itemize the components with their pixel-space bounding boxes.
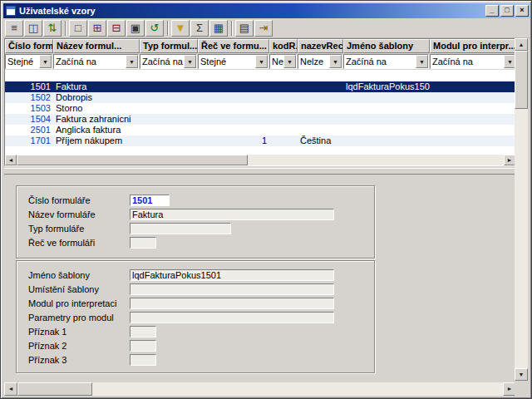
filter-icon[interactable]: ▼ — [171, 20, 190, 37]
grid-scroll-thumb[interactable] — [17, 155, 248, 165]
exit-icon[interactable]: ⇥ — [254, 20, 273, 37]
table-row[interactable]: 2501Anglicka faktura — [5, 125, 515, 135]
dropdown-arrow-icon[interactable]: ▼ — [329, 55, 342, 68]
filter-combo[interactable]: Stejné▼ — [5, 54, 52, 69]
jmeno-sablony-field[interactable]: lqdFakturaPokus1501 — [130, 269, 334, 281]
dropdown-arrow-icon[interactable]: ▼ — [184, 55, 196, 68]
filter-combo[interactable]: Začíná na▼ — [53, 54, 139, 69]
column-header[interactable]: kodR... — [269, 39, 298, 53]
column-header[interactable]: nazevReci — [298, 39, 343, 53]
form-hscroll-track[interactable] — [92, 382, 503, 396]
table-cell — [343, 103, 430, 114]
filter-combo[interactable]: Ne...▼ — [269, 54, 297, 69]
form-group-sablona: Jméno šablony lqdFakturaPokus1501 Umístě… — [16, 260, 375, 373]
table-row[interactable]: 1503Storno — [5, 103, 515, 114]
umisteni-sablony-field[interactable] — [130, 283, 334, 295]
undo-icon[interactable]: ↺ — [145, 20, 164, 37]
rec-ve-formulari-field[interactable] — [130, 237, 156, 249]
column-header[interactable]: Číslo formul... — [5, 39, 53, 53]
table-cell — [198, 125, 269, 135]
scroll-up-icon[interactable]: ▲ — [515, 38, 528, 51]
dropdown-arrow-icon[interactable]: ▼ — [126, 55, 138, 68]
save-record-icon[interactable]: ▣ — [126, 20, 145, 37]
print-icon[interactable]: ▤ — [235, 20, 254, 37]
dropdown-arrow-icon[interactable]: ▼ — [255, 55, 268, 68]
filter-combo[interactable]: Nelze▼ — [298, 54, 342, 69]
cislo-formulare-field[interactable]: 1501 — [130, 195, 170, 206]
field-label: Příznak 1 — [28, 327, 130, 337]
filter-value: Nelze — [298, 57, 329, 66]
table-cell — [430, 114, 515, 125]
typ-formulare-field[interactable] — [130, 223, 231, 234]
priznak-1-field[interactable] — [130, 326, 156, 337]
form-vscroll-track[interactable] — [515, 109, 528, 368]
table-cell — [140, 103, 198, 114]
grid-scroll-track[interactable] — [248, 155, 504, 165]
column-header[interactable]: Řeč ve formu... — [198, 39, 269, 53]
table-cell — [140, 81, 198, 92]
filter-combo[interactable]: Stejné▼ — [198, 54, 268, 69]
filter-combo[interactable]: Začíná na▼ — [140, 54, 197, 69]
table-cell — [343, 92, 430, 103]
app-icon — [6, 6, 16, 16]
scroll-right-icon[interactable]: ► — [504, 155, 515, 165]
sum-icon[interactable]: Σ — [190, 20, 209, 37]
table-cell — [430, 103, 515, 114]
dropdown-arrow-icon[interactable]: ▼ — [283, 55, 296, 68]
detail-view-icon[interactable]: ◫ — [24, 20, 42, 37]
priznak-3-field[interactable] — [130, 354, 156, 366]
list-view-icon[interactable]: ≡ — [5, 20, 23, 37]
refresh-icon[interactable]: ⇅ — [43, 20, 62, 37]
scroll-left-icon[interactable]: ◄ — [5, 155, 17, 165]
table-row[interactable]: 1701Příjem nákupem1Čeština — [5, 135, 515, 146]
column-header[interactable]: Název formul... — [53, 39, 140, 53]
scroll-left-icon[interactable]: ◄ — [4, 382, 17, 396]
grid-settings-icon[interactable]: ▦ — [209, 20, 228, 37]
table-row[interactable]: 1502Dobropis — [5, 92, 515, 103]
filter-cell: Ne...▼ — [269, 53, 298, 70]
table-cell — [198, 103, 269, 114]
form-horizontal-scrollbar[interactable]: ◄ ► — [4, 382, 516, 396]
toolbar-separator — [65, 21, 66, 36]
maximize-button[interactable]: □ — [500, 5, 514, 17]
dropdown-arrow-icon[interactable]: ▼ — [39, 55, 52, 68]
filter-combo[interactable]: Začíná na▼ — [430, 54, 516, 69]
table-cell — [269, 81, 298, 92]
filter-cell: Začíná na▼ — [140, 53, 198, 70]
field-label: Příznak 3 — [28, 355, 130, 365]
scroll-down-icon[interactable]: ▼ — [515, 368, 528, 381]
field-label: Umístění šablony — [28, 284, 130, 294]
column-header[interactable]: Modul pro interpr... — [430, 39, 516, 53]
field-label: Typ formuláře — [28, 224, 130, 234]
nazev-formulare-field[interactable]: Faktura — [130, 209, 334, 220]
form-vertical-scrollbar[interactable]: ▲ ▼ — [515, 38, 528, 381]
table-cell: Dobropis — [53, 92, 140, 103]
copy-record-icon[interactable]: ⊞ — [88, 20, 106, 37]
new-record-icon[interactable]: □ — [69, 20, 87, 37]
table-cell — [269, 125, 298, 135]
table-cell: 1 — [198, 135, 269, 146]
grid-horizontal-scrollbar[interactable]: ◄ ► — [5, 155, 515, 165]
delete-record-icon[interactable]: ⊟ — [107, 20, 126, 37]
table-cell — [269, 92, 298, 103]
minimize-button[interactable]: _ — [485, 5, 499, 17]
modul-pro-interpretaci-field[interactable] — [130, 298, 334, 309]
form-hscroll-thumb[interactable] — [17, 382, 92, 396]
parametry-pro-modul-field[interactable] — [130, 312, 334, 323]
table-cell — [430, 81, 515, 92]
splitter-bar[interactable] — [4, 168, 516, 175]
table-row[interactable]: 1501FakturalqdFakturaPokus1501 — [5, 81, 515, 92]
records-grid: Číslo formul...Název formul...Typ formul… — [4, 38, 516, 166]
form-vscroll-thumb[interactable] — [515, 51, 528, 109]
dropdown-arrow-icon[interactable]: ▼ — [416, 55, 428, 68]
filter-value: Stejné — [199, 57, 255, 66]
field-label: Parametry pro modul — [28, 313, 130, 323]
column-header[interactable]: Jméno šablony — [343, 39, 430, 53]
table-cell: 1701 — [5, 135, 53, 146]
priznak-2-field[interactable] — [130, 340, 156, 352]
table-row[interactable]: 1504Faktura zahranicni — [5, 114, 515, 125]
close-button[interactable]: × — [515, 5, 529, 17]
table-cell — [343, 135, 430, 146]
column-header[interactable]: Typ formul... — [140, 39, 198, 53]
filter-combo[interactable]: Začíná na▼ — [343, 54, 429, 69]
